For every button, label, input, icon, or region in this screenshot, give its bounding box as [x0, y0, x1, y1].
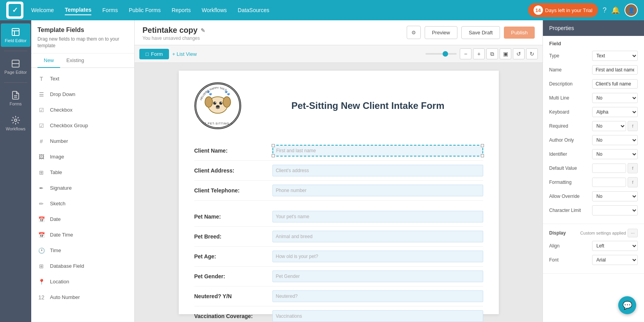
form-row[interactable]: Client Name: First and last name [194, 141, 483, 161]
prop-default-input[interactable] [592, 164, 626, 173]
field-editor-icon [11, 27, 20, 37]
field-type-signature[interactable]: ✒ Signature [31, 180, 134, 196]
user-avatar[interactable]: 👤 [624, 4, 638, 17]
field-type-table[interactable]: ⊞ Table [31, 165, 134, 180]
prop-name-input[interactable] [592, 65, 638, 75]
publish-button[interactable]: Publish [504, 27, 535, 39]
sidebar-label-page-editor: Page Editor [4, 70, 27, 75]
form-field-input-4[interactable]: Animal and breed [272, 231, 483, 242]
field-type-datetime[interactable]: 📅 Date Time [31, 227, 134, 243]
form-title: Pet-Sitting New Client Intake Form [253, 100, 483, 111]
list-view-link[interactable]: + List View [172, 51, 197, 57]
default-fx-button[interactable]: f [628, 163, 638, 173]
prop-charlimit-select[interactable] [592, 205, 638, 215]
form-field-input-8[interactable]: Vaccinations [272, 310, 483, 322]
form-row[interactable]: Pet Age: How old is your pet? [194, 247, 483, 267]
form-field-input-2[interactable]: Phone number [272, 185, 483, 196]
form-field-input-5[interactable]: How old is your pet? [272, 251, 483, 262]
form-field-input-7[interactable]: Neutered? [272, 290, 483, 302]
formatting-fx-button[interactable]: f [628, 177, 638, 187]
prop-author-select[interactable]: NoYes [592, 135, 638, 145]
copy-button[interactable]: ⧉ [486, 48, 498, 59]
field-type-checkbox[interactable]: ☑ Checkbox [31, 102, 134, 118]
edit-title-icon[interactable]: ✎ [201, 27, 205, 34]
form-canvas: SOMERSET PET-SITTING SERVICES [135, 63, 543, 322]
prop-type-select[interactable]: Text Drop Down Checkbox Number [592, 51, 638, 61]
form-row[interactable]: Pet Gender: Pet Gender [194, 267, 483, 286]
zoom-thumb[interactable] [443, 51, 448, 57]
nav-forms[interactable]: Forms [102, 5, 118, 15]
prop-charlimit-row: Character Limit [549, 205, 638, 216]
prop-identifier-select[interactable]: NoYes [592, 149, 638, 159]
sidebar-item-workflows[interactable]: Workflows [1, 112, 30, 135]
sidebar-item-page-editor[interactable]: Page Editor [1, 55, 30, 78]
redo-button[interactable]: ↻ [526, 48, 538, 59]
field-type-date[interactable]: 📅 Date [31, 212, 134, 227]
field-section: Field Type Text Drop Down Checkbox Numbe… [543, 36, 644, 224]
field-type-number[interactable]: # Number [31, 133, 134, 149]
field-type-image[interactable]: 🖼 Image [31, 149, 134, 165]
form-field-input-3[interactable]: Your pet's name [272, 211, 483, 222]
prop-override-select[interactable]: NoYes [592, 191, 638, 201]
nav-welcome[interactable]: Welcome [31, 5, 54, 15]
form-row[interactable]: Client Telephone: Phone number [194, 181, 483, 201]
time-field-label: Time [50, 247, 61, 253]
app-logo[interactable]: ✓ [6, 2, 23, 19]
form-fields: Client Name: First and last name Client … [194, 141, 483, 322]
prop-multiline-select[interactable]: NoYes [592, 93, 638, 103]
prop-required-select[interactable]: NoYes [592, 121, 626, 131]
field-type-time[interactable]: 🕐 Time [31, 243, 134, 258]
form-field-input-6[interactable]: Pet Gender [272, 270, 483, 282]
svg-rect-0 [12, 28, 19, 36]
dropdown-field-label: Drop Down [50, 91, 75, 97]
undo-button[interactable]: ↺ [513, 48, 525, 59]
prop-desc-input[interactable] [592, 79, 638, 89]
sidebar-item-forms[interactable]: Forms [1, 87, 30, 110]
display-dots-button[interactable]: ··· [628, 229, 638, 237]
form-row[interactable]: Vaccination Coverage: Vaccinations [194, 306, 483, 322]
nav-templates[interactable]: Templates [65, 5, 91, 15]
nav-workflows[interactable]: Workflows [202, 5, 227, 15]
field-type-text[interactable]: T Text [31, 71, 134, 87]
nav-reports[interactable]: Reports [172, 5, 191, 15]
form-field-input-0[interactable]: First and last name [272, 145, 483, 157]
zoom-out-button[interactable]: − [460, 48, 471, 59]
form-row[interactable]: Client Address: Client's address [194, 161, 483, 181]
trial-badge[interactable]: 14 Days left in your Trial [528, 3, 598, 17]
notifications-icon[interactable]: 🔔 [611, 6, 620, 14]
chat-button[interactable]: 💬 [618, 296, 636, 314]
tab-new[interactable]: New [37, 53, 60, 68]
preview-button[interactable]: Preview [425, 26, 457, 39]
field-type-database[interactable]: ⊞ Database Field [31, 258, 134, 274]
fields-panel-title: Template Fields [37, 27, 128, 34]
field-type-dropdown[interactable]: ☰ Drop Down [31, 87, 134, 102]
field-type-autonumber[interactable]: 12 Auto Number [31, 290, 134, 305]
prop-keyboard-select[interactable]: AlphaNumericEmail [592, 107, 638, 117]
nav-public-forms[interactable]: Public Forms [129, 5, 161, 15]
tab-existing[interactable]: Existing [60, 53, 91, 68]
prop-formatting-input[interactable] [592, 178, 626, 187]
field-type-checkbox-group[interactable]: ☑ Checkbox Group [31, 118, 134, 133]
form-logo: SOMERSET PET-SITTING SERVICES [194, 82, 241, 129]
table-field-icon: ⊞ [37, 169, 45, 176]
form-row[interactable]: Pet Name: Your pet's name [194, 207, 483, 227]
required-fx-button[interactable]: f [628, 121, 638, 131]
save-draft-button[interactable]: Save Draft [461, 26, 500, 39]
prop-font-select[interactable]: ArialTimes New RomanHelvetica [592, 255, 638, 265]
layout-button[interactable]: ▣ [500, 48, 511, 59]
nav-datasources[interactable]: DataSources [238, 5, 269, 15]
form-tab[interactable]: □ Form [139, 49, 169, 59]
sidebar-item-field-editor[interactable]: Field Editor [1, 23, 30, 47]
form-header: SOMERSET PET-SITTING SERVICES [194, 82, 483, 129]
form-row[interactable]: Pet Breed: Animal and breed [194, 227, 483, 247]
form-field-input-1[interactable]: Client's address [272, 165, 483, 176]
field-type-location[interactable]: 📍 Location [31, 274, 134, 290]
field-type-sketch[interactable]: ✏ Sketch [31, 196, 134, 212]
zoom-in-button[interactable]: + [473, 48, 485, 59]
help-icon[interactable]: ? [603, 6, 607, 14]
prop-align-select[interactable]: LeftCenterRight [592, 241, 638, 251]
properties-header: Properties [543, 20, 644, 36]
zoom-slider[interactable] [425, 53, 457, 55]
form-row[interactable]: Neutered? Y/N Neutered? [194, 286, 483, 306]
settings-button[interactable]: ⚙ [407, 26, 421, 39]
